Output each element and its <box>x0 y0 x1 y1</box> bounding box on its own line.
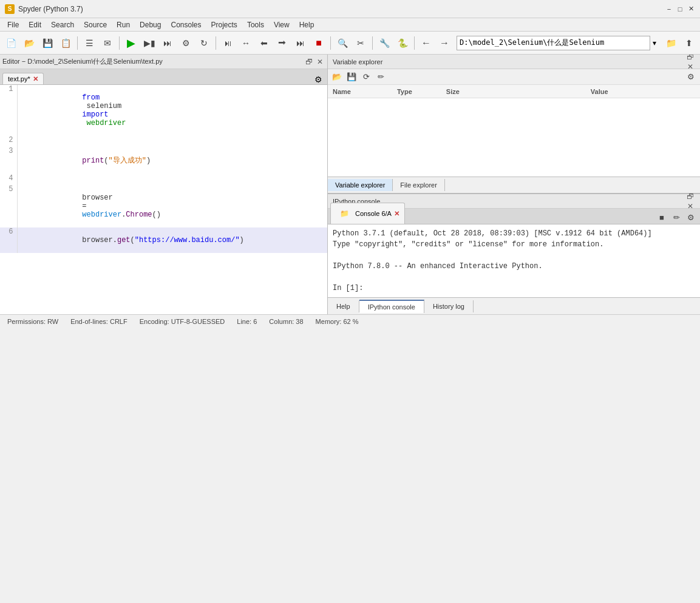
line-content-6[interactable]: browser.get("https://www.baidu.com/") <box>17 227 327 253</box>
bottom-tab-history[interactable]: History log <box>424 300 474 312</box>
editor-restore-button[interactable]: 🗗 <box>304 57 314 67</box>
bottom-tab-help[interactable]: Help <box>328 300 359 312</box>
toolbar-sep-4 <box>330 36 331 50</box>
panels: Editor − D:\model_2\Selenium\什么是Selenium… <box>0 55 700 314</box>
menu-help[interactable]: Help <box>294 19 319 30</box>
empty-parens: () <box>152 211 161 219</box>
nav-folder-button[interactable]: 📁 <box>662 35 679 52</box>
bottom-tab-ipython[interactable]: IPython console <box>359 300 424 313</box>
nav-up-button[interactable]: ⬆ <box>681 35 698 52</box>
kw-from: from <box>82 93 100 102</box>
line-num-6: 6 <box>0 227 17 253</box>
var-refresh-button[interactable]: ⟳ <box>359 70 373 84</box>
fn-print: print <box>82 157 104 165</box>
menu-source[interactable]: Source <box>79 19 112 30</box>
stop-button[interactable]: ■ <box>310 35 327 52</box>
line-content-3[interactable]: print("导入成功") <box>17 147 327 174</box>
console-edit-button[interactable]: ✏ <box>670 211 683 224</box>
menu-consoles[interactable]: Consoles <box>166 19 206 30</box>
console-stop-button[interactable]: ■ <box>655 211 668 224</box>
status-memory: Memory: 62 % <box>316 318 359 325</box>
find-button[interactable]: 🔍 <box>334 35 351 52</box>
preferences-button[interactable]: 🔧 <box>376 35 393 52</box>
close-button[interactable]: ✕ <box>687 5 695 13</box>
status-permissions: Permissions: RW <box>7 318 58 325</box>
nav-forward-button[interactable]: → <box>436 35 453 52</box>
menu-tools[interactable]: Tools <box>242 19 269 30</box>
status-encoding: Encoding: UTF-8-GUESSED <box>140 318 225 325</box>
var-toolbar: 📂 💾 ⟳ ✏ ⚙ <box>328 69 700 85</box>
step-over-button[interactable]: ⮕ <box>274 35 291 52</box>
debug-button[interactable]: ⚙ <box>177 35 194 52</box>
step-into-button[interactable]: ⬅ <box>256 35 273 52</box>
var-restore-button[interactable]: 🗗 <box>685 55 695 62</box>
code-table: 1 from selenium import webdriver 2 <box>0 85 327 253</box>
var-save-button[interactable]: 💾 <box>345 70 358 84</box>
nav-dropdown-button[interactable]: ▾ <box>650 39 659 47</box>
var-col-name: Name <box>328 87 356 96</box>
line-content-1[interactable]: from selenium import webdriver <box>17 85 327 136</box>
editor-body[interactable]: 1 from selenium import webdriver 2 <box>0 85 327 314</box>
menu-edit[interactable]: Edit <box>24 19 46 30</box>
run-button[interactable]: ▶ <box>123 35 140 52</box>
line-content-2[interactable] <box>17 136 327 147</box>
title-bar: S Spyder (Python 3.7) − □ ✕ <box>0 0 700 18</box>
var-col-size: Size <box>441 87 464 96</box>
editor-tab-gear-icon[interactable]: ⚙ <box>312 75 325 84</box>
menu-projects[interactable]: Projects <box>206 19 242 30</box>
var-settings-icon[interactable]: ⚙ <box>684 70 698 84</box>
breakpoint-button[interactable]: ⏯ <box>219 35 236 52</box>
ipython-line-3 <box>333 250 695 261</box>
open-file-button[interactable]: 📂 <box>21 35 38 52</box>
tab-variable-explorer[interactable]: Variable explorer <box>328 179 393 191</box>
ipython-restore-button[interactable]: 🗗 <box>685 192 695 201</box>
bottom-tabs: Help IPython console History log <box>328 297 700 314</box>
var-browser: browser <box>82 194 117 202</box>
new-file-button[interactable]: 📄 <box>2 35 19 52</box>
var-import-button[interactable]: 📂 <box>330 70 344 84</box>
menu-bar: File Edit Search Source Run Debug Consol… <box>0 18 700 32</box>
toolbar: 📄 📂 💾 📋 ☰ ✉ ▶ ▶▮ ⏭ ⚙ ↻ ⏯ ↔ ⬅ ⮕ ⏭ ■ 🔍 ✂ 🔧… <box>0 32 700 55</box>
debug-continue-button[interactable]: ↔ <box>237 35 254 52</box>
python-button[interactable]: 🐍 <box>394 35 411 52</box>
ipython-line-6: In [1]: <box>333 283 695 294</box>
right-panel: Variable explorer 🗗 ✕ 📂 💾 ⟳ ✏ ⚙ Name Typ… <box>328 55 700 314</box>
line-num-4: 4 <box>0 174 17 185</box>
step-out-button[interactable]: ⏭ <box>292 35 309 52</box>
run-cell-advance-button[interactable]: ⏭ <box>159 35 176 52</box>
code-line-4: 4 <box>0 174 327 185</box>
menu-file[interactable]: File <box>2 19 24 30</box>
nav-back-button[interactable]: ← <box>418 35 435 52</box>
line-content-4[interactable] <box>17 174 327 185</box>
ipython-line-1: Python 3.7.1 (default, Oct 28 2018, 08:3… <box>333 228 695 239</box>
save-copy-button[interactable]: 📋 <box>57 35 74 52</box>
console-settings-button[interactable]: ⚙ <box>684 211 698 224</box>
menu-search[interactable]: Search <box>46 19 79 30</box>
save-file-button[interactable]: 💾 <box>39 35 56 52</box>
var-edit-button[interactable]: ✏ <box>374 70 387 84</box>
editor-tabs: text.py* ✕ ⚙ <box>0 69 327 85</box>
console-tab-close[interactable]: ✕ <box>394 211 399 217</box>
maximize-button[interactable]: □ <box>676 5 684 13</box>
ipython-body[interactable]: Python 3.7.1 (default, Oct 28 2018, 08:3… <box>328 224 700 297</box>
editor-close-button[interactable]: ✕ <box>315 57 325 67</box>
editor-tabs-row: text.py* ✕ ⚙ <box>2 73 325 84</box>
format-button[interactable]: ☰ <box>81 35 98 52</box>
debug-step-button[interactable]: ↻ <box>195 35 212 52</box>
code-line-2: 2 <box>0 136 327 147</box>
menu-debug[interactable]: Debug <box>135 19 166 30</box>
ipython-header-buttons: 🗗 ✕ <box>685 192 695 211</box>
nav-path-input[interactable] <box>457 36 650 50</box>
menu-run[interactable]: Run <box>112 19 135 30</box>
editor-tab-text-py[interactable]: text.py* ✕ <box>2 73 44 84</box>
minimize-button[interactable]: − <box>665 5 673 13</box>
tab-label: text.py* <box>8 75 30 83</box>
line-content-5[interactable]: browser = webdriver.Chrome() <box>17 185 327 227</box>
tab-file-explorer[interactable]: File explorer <box>393 179 445 191</box>
tab-close-icon[interactable]: ✕ <box>33 76 38 83</box>
ipython-tab-console[interactable]: 📁 Console 6/A ✕ <box>330 203 405 224</box>
menu-view[interactable]: View <box>269 19 294 30</box>
replace-button[interactable]: ✂ <box>352 35 369 52</box>
mail-button[interactable]: ✉ <box>99 35 116 52</box>
run-cell-button[interactable]: ▶▮ <box>141 35 158 52</box>
